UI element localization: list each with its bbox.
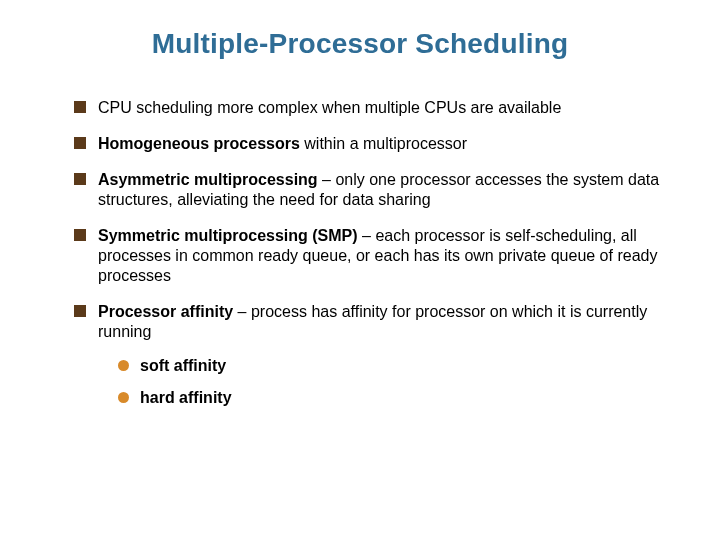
slide-title: Multiple-Processor Scheduling — [60, 28, 660, 60]
bullet-bold: Asymmetric multiprocessing — [98, 171, 318, 188]
bullet-item: Processor affinity – process has affinit… — [74, 302, 660, 408]
bullet-bold: Symmetric multiprocessing (SMP) — [98, 227, 358, 244]
bullet-item: Symmetric multiprocessing (SMP) – each p… — [74, 226, 660, 286]
bullet-bold: Processor affinity — [98, 303, 233, 320]
sub-bullet-text: hard affinity — [140, 389, 232, 406]
bullet-item: Homogeneous processors within a multipro… — [74, 134, 660, 154]
slide: Multiple-Processor Scheduling CPU schedu… — [0, 0, 720, 540]
bullet-list: CPU scheduling more complex when multipl… — [74, 98, 660, 408]
sub-bullet-text: soft affinity — [140, 357, 226, 374]
sub-bullet-list: soft affinity hard affinity — [118, 356, 660, 408]
bullet-bold: Homogeneous processors — [98, 135, 300, 152]
sub-bullet-item: hard affinity — [118, 388, 660, 408]
bullet-item: Asymmetric multiprocessing – only one pr… — [74, 170, 660, 210]
bullet-item: CPU scheduling more complex when multipl… — [74, 98, 660, 118]
bullet-text: within a multiprocessor — [300, 135, 467, 152]
sub-bullet-item: soft affinity — [118, 356, 660, 376]
bullet-text: CPU scheduling more complex when multipl… — [98, 99, 561, 116]
